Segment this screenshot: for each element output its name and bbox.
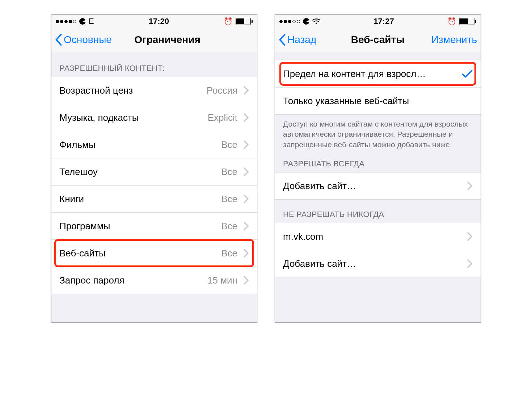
row-label: Добавить сайт… (283, 258, 467, 269)
row-books[interactable]: Книги Все (51, 186, 257, 213)
row-websites[interactable]: Веб-сайты Все (51, 240, 257, 267)
wifi-icon (312, 18, 320, 24)
row-label: Телешоу (59, 166, 221, 178)
row-specific-websites-only[interactable]: Только указанные веб-сайты (275, 88, 481, 115)
row-value: Все (221, 193, 237, 205)
row-age-rating[interactable]: Возрастной ценз Россия (51, 77, 257, 104)
row-movies[interactable]: Фильмы Все (51, 131, 257, 158)
row-label: Программы (59, 221, 221, 232)
row-deny-site[interactable]: m.vk.com (275, 223, 481, 250)
row-add-deny-site[interactable]: Добавить сайт… (275, 250, 481, 277)
chevron-right-icon (243, 248, 249, 258)
edit-button[interactable]: Изменить (431, 34, 477, 46)
chevron-left-icon (55, 34, 62, 46)
nav-title: Веб-сайты (351, 34, 405, 46)
chevron-right-icon (243, 113, 249, 122)
status-left (279, 18, 320, 25)
status-bar: E 17:20 ⏰ (51, 15, 257, 28)
chevron-right-icon (467, 259, 473, 268)
row-value: Explicit (208, 112, 237, 123)
battery-icon (459, 18, 476, 25)
row-label: Возрастной ценз (59, 85, 207, 96)
phone-restrictions: E 17:20 ⏰ Основные Ограничения РАЗРЕШЕНН… (51, 14, 257, 323)
row-music-podcasts[interactable]: Музыка, подкасты Explicit (51, 104, 257, 131)
section-header-never-allow: НЕ РАЗРЕШАТЬ НИКОГДА (275, 200, 481, 223)
chevron-right-icon (243, 194, 249, 204)
back-label: Основные (64, 34, 112, 46)
chevron-right-icon (467, 181, 473, 191)
status-right: ⏰ (224, 17, 253, 26)
carrier-label: E (89, 17, 94, 26)
chevron-right-icon (467, 232, 473, 241)
content: Предел на контент для взросл… Только ука… (275, 52, 481, 322)
nav-bar: Основные Ограничения (51, 28, 257, 52)
row-value: Все (221, 248, 237, 259)
chevron-right-icon (243, 276, 249, 285)
back-button[interactable]: Основные (55, 34, 112, 46)
row-label: Фильмы (59, 139, 221, 150)
row-label: Музыка, подкасты (59, 112, 208, 123)
back-button[interactable]: Назад (279, 34, 316, 46)
chevron-right-icon (243, 86, 249, 95)
row-label: Только указанные веб-сайты (283, 95, 473, 107)
signal-dots-icon (56, 20, 76, 23)
row-tv-shows[interactable]: Телешоу Все (51, 158, 257, 186)
carrier-logo-icon (303, 18, 309, 25)
row-apps[interactable]: Программы Все (51, 213, 257, 240)
alarm-icon: ⏰ (224, 17, 233, 26)
chevron-right-icon (243, 221, 249, 231)
nav-bar: Назад Веб-сайты Изменить (275, 28, 481, 52)
row-value: Все (221, 221, 237, 232)
chevron-right-icon (243, 167, 249, 176)
row-value: Все (221, 166, 237, 178)
nav-title: Ограничения (134, 34, 200, 46)
section-header-allowed-content: РАЗРЕШЕННЫЙ КОНТЕНТ: (51, 52, 257, 77)
row-add-allow-site[interactable]: Добавить сайт… (275, 172, 481, 200)
status-time: 17:27 (373, 17, 394, 26)
svg-point-0 (316, 23, 317, 24)
row-label: Добавить сайт… (283, 180, 467, 192)
row-require-password[interactable]: Запрос пароля 15 мин (51, 267, 257, 294)
back-label: Назад (287, 34, 316, 46)
row-limit-adult-content[interactable]: Предел на контент для взросл… (275, 60, 481, 88)
row-label: Книги (59, 193, 221, 205)
row-label: Веб-сайты (59, 248, 221, 259)
signal-dots-icon (279, 20, 300, 23)
row-value: 15 мин (207, 275, 237, 286)
row-label: Запрос пароля (59, 275, 207, 286)
section-header-always-allow: РАЗРЕШАТЬ ВСЕГДА (275, 151, 481, 172)
row-value: Россия (207, 85, 237, 96)
row-label: Предел на контент для взросл… (283, 68, 462, 80)
carrier-logo-icon (79, 18, 86, 25)
row-value: Все (221, 139, 237, 150)
status-right: ⏰ (447, 17, 476, 26)
status-bar: 17:27 ⏰ (275, 15, 481, 28)
phone-websites: 17:27 ⏰ Назад Веб-сайты Изменить Предел … (275, 14, 481, 323)
chevron-right-icon (243, 140, 249, 149)
alarm-icon: ⏰ (447, 17, 456, 26)
checkmark-icon (462, 69, 473, 78)
battery-icon (236, 18, 253, 25)
status-left: E (56, 17, 94, 26)
section-footer-description: Доступ ко многим сайтам с контентом для … (275, 115, 481, 151)
content: РАЗРЕШЕННЫЙ КОНТЕНТ: Возрастной ценз Рос… (51, 52, 257, 322)
status-time: 17:20 (149, 17, 169, 26)
chevron-left-icon (279, 34, 286, 46)
row-label: m.vk.com (283, 231, 467, 242)
